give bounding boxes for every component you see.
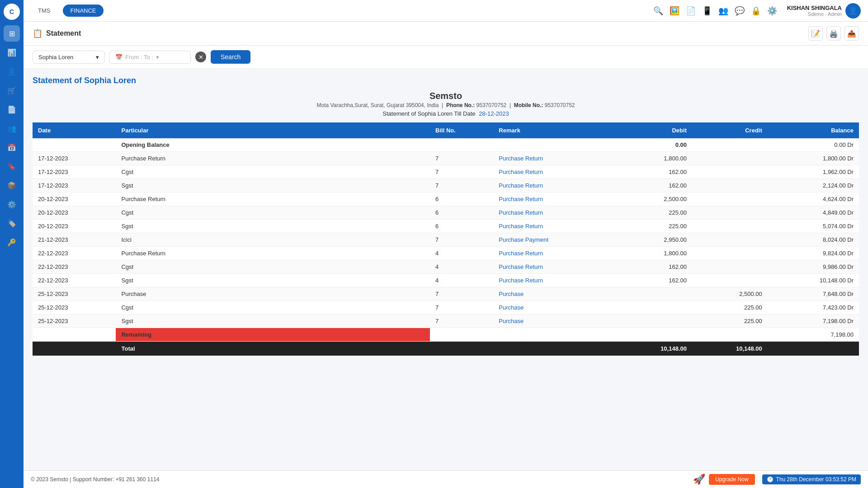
cell-remark[interactable]: Purchase Return	[493, 192, 617, 206]
cell-particular: Sgst	[116, 179, 430, 192]
chevron-down-icon: ▾	[96, 54, 99, 61]
cell-billno: 7	[430, 179, 493, 192]
search-icon[interactable]: 🔍	[653, 6, 663, 16]
calendar-icon: 📅	[115, 54, 123, 61]
file-icon[interactable]: 📄	[686, 6, 696, 16]
cell-date: 25-12-2023	[33, 287, 116, 301]
cell-credit	[692, 206, 768, 220]
sidebar-item-purchases[interactable]: 🛒	[4, 82, 20, 99]
cell-balance: 4,624.00 Dr	[768, 192, 859, 206]
table-row: 17-12-2023 Cgst 7 Purchase Return 162.00…	[33, 165, 859, 179]
cell-remark[interactable]: Purchase Return	[493, 152, 617, 165]
lock-icon[interactable]: 🔒	[751, 6, 761, 16]
sidebar-item-documents[interactable]: 📄	[4, 101, 20, 117]
sidebar-item-team[interactable]: 👥	[4, 120, 20, 136]
opening-balance-debit: 0.00	[617, 138, 692, 152]
cell-credit	[692, 165, 768, 179]
page-title-icon: 📋	[33, 28, 42, 38]
tablet-icon[interactable]: 📱	[702, 6, 712, 16]
upgrade-button[interactable]: Upgrade Now	[709, 474, 755, 485]
cell-remark[interactable]: Purchase Return	[493, 247, 617, 260]
cell-billno: 6	[430, 192, 493, 206]
avatar[interactable]: 👤	[845, 3, 861, 19]
print-button[interactable]: 🖨️	[826, 26, 841, 41]
table-header-row: Date Particular Bill No. Remark Debit Cr…	[33, 122, 859, 138]
notes-button[interactable]: 📝	[808, 26, 823, 41]
cell-date: 21-12-2023	[33, 233, 116, 247]
export-button[interactable]: 📤	[844, 26, 859, 41]
cell-particular: Cgst	[116, 260, 430, 274]
total-label: Total	[116, 342, 430, 356]
statement-table: Date Particular Bill No. Remark Debit Cr…	[33, 122, 859, 356]
message-icon[interactable]: 💬	[735, 6, 745, 16]
cell-debit: 2,950.00	[617, 233, 692, 247]
gear-icon[interactable]: ⚙️	[767, 6, 777, 16]
cell-particular: Icici	[116, 233, 430, 247]
cell-particular: Sgst	[116, 220, 430, 233]
cell-remark[interactable]: Purchase Return	[493, 220, 617, 233]
sidebar-item-tags[interactable]: 🔖	[4, 158, 20, 174]
col-billno: Bill No.	[430, 122, 493, 138]
cell-remark[interactable]: Purchase Return	[493, 206, 617, 220]
app-logo[interactable]: C	[4, 4, 20, 20]
cell-date: 20-12-2023	[33, 220, 116, 233]
cell-billno: 7	[430, 314, 493, 328]
col-date: Date	[33, 122, 116, 138]
cell-balance: 8,024.00 Dr	[768, 233, 859, 247]
sidebar-item-analytics[interactable]: 📊	[4, 44, 20, 61]
table-row: 25-12-2023 Purchase 7 Purchase 2,500.00 …	[33, 287, 859, 301]
users-icon[interactable]: 👥	[718, 6, 728, 16]
table-row: 17-12-2023 Purchase Return 7 Purchase Re…	[33, 152, 859, 165]
cell-debit	[617, 314, 692, 328]
sidebar-item-inventory[interactable]: 📦	[4, 177, 20, 193]
cell-remark[interactable]: Purchase	[493, 314, 617, 328]
clear-button[interactable]: ✕	[195, 52, 206, 62]
party-select[interactable]: Sophia Loren ▾	[33, 51, 105, 64]
cell-balance: 7,198.00 Dr	[768, 314, 859, 328]
cell-remark[interactable]: Purchase Payment	[493, 233, 617, 247]
cell-balance: 4,849.00 Dr	[768, 206, 859, 220]
image-icon[interactable]: 🖼️	[670, 6, 679, 16]
filter-bar: Sophia Loren ▾ 📅 From : To : ▾ ✕ Search	[24, 46, 868, 69]
remaining-row: Remaining 7,198.00	[33, 328, 859, 342]
sidebar-item-settings[interactable]: ⚙️	[4, 196, 20, 212]
cell-balance: 2,124.00 Dr	[768, 179, 859, 192]
search-button[interactable]: Search	[211, 50, 250, 64]
cell-remark[interactable]: Purchase Return	[493, 179, 617, 192]
col-debit: Debit	[617, 122, 692, 138]
cell-remark[interactable]: Purchase Return	[493, 165, 617, 179]
cell-billno: 4	[430, 260, 493, 274]
table-row: 22-12-2023 Purchase Return 4 Purchase Re…	[33, 247, 859, 260]
table-row: 20-12-2023 Purchase Return 6 Purchase Re…	[33, 192, 859, 206]
nav-tab-tms[interactable]: TMS	[31, 5, 57, 17]
cell-billno: 4	[430, 274, 493, 287]
sidebar-item-calendar[interactable]: 📅	[4, 139, 20, 155]
sidebar-item-keys[interactable]: 🔑	[4, 234, 20, 250]
sidebar-item-dashboard[interactable]: ⊞	[4, 25, 20, 42]
col-particular: Particular	[116, 122, 430, 138]
nav-tab-finance[interactable]: FINANCE	[63, 5, 103, 17]
sidebar-item-contacts[interactable]: 👤	[4, 63, 20, 80]
table-row: 25-12-2023 Sgst 7 Purchase 225.00 7,198.…	[33, 314, 859, 328]
cell-remark[interactable]: Purchase	[493, 301, 617, 314]
cell-credit	[692, 274, 768, 287]
user-name: KISHAN SHINGALA	[787, 5, 842, 11]
cell-date: 17-12-2023	[33, 165, 116, 179]
cell-remark[interactable]: Purchase Return	[493, 274, 617, 287]
cell-credit	[692, 152, 768, 165]
cell-credit	[692, 260, 768, 274]
remaining-balance: 7,198.00	[768, 328, 859, 342]
cell-billno: 7	[430, 301, 493, 314]
date-range-picker[interactable]: 📅 From : To : ▾	[109, 51, 191, 64]
copyright-text: © 2023 Semsto | Support Number: +91 261 …	[31, 476, 159, 483]
user-info: KISHAN SHINGALA Sdemo - Admin 👤	[787, 3, 861, 19]
chevron-down-icon: ▾	[156, 54, 159, 61]
cell-date: 17-12-2023	[33, 179, 116, 192]
cell-remark[interactable]: Purchase	[493, 287, 617, 301]
rocket-icon: 🚀	[693, 474, 705, 485]
cell-debit: 225.00	[617, 220, 692, 233]
top-nav: TMS FINANCE 🔍 🖼️ 📄 📱 👥 💬 🔒 ⚙️ KISHAN SHI…	[24, 0, 868, 22]
cell-remark[interactable]: Purchase Return	[493, 260, 617, 274]
sidebar-item-pricing[interactable]: 🏷️	[4, 215, 20, 231]
cell-billno: 6	[430, 220, 493, 233]
